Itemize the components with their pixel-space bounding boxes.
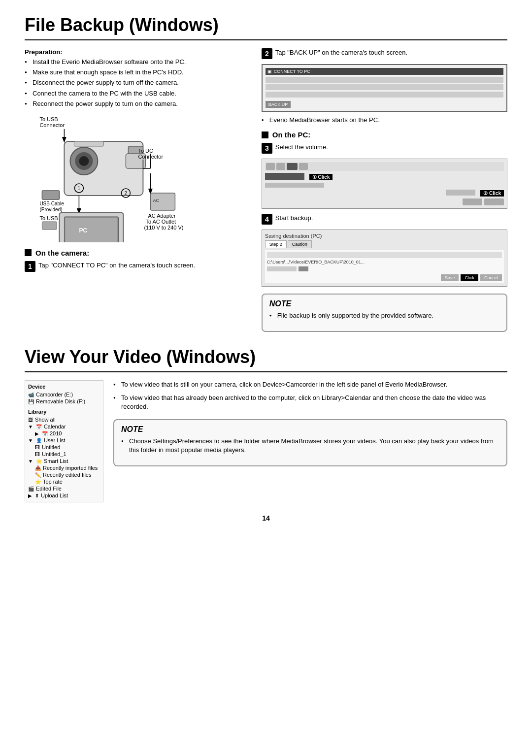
untitled-label: Untitled [42, 444, 60, 450]
step-2-num: 2 [262, 48, 272, 59]
selected-row [265, 173, 304, 180]
prep-item-3: Disconnect the power supply to turn off … [25, 78, 252, 87]
click-btn: Click [461, 274, 478, 281]
sidebar-recent-edit: ✏️ Recently edited files [28, 471, 100, 478]
untitled-icon: 🎞 [35, 445, 40, 450]
backup-path-text: C:\Users\...\Videos\EVERIO_BACKUP\2010_0… [267, 260, 502, 264]
camera-screen-mockup: ▣ CONNECT TO PC BACK UP [262, 64, 507, 112]
svg-text:To USB: To USB [39, 116, 58, 122]
svg-text:2: 2 [125, 191, 128, 196]
svg-text:(Provided): (Provided) [39, 207, 62, 212]
save-btn: Save [441, 274, 459, 281]
step-1-num: 1 [25, 261, 35, 272]
backup-bar [267, 266, 297, 271]
svg-rect-23 [42, 222, 57, 230]
svg-rect-28 [65, 218, 117, 242]
recent-import-label: Recently imported files [43, 465, 98, 471]
sidebar-edited-file: 🎬 Edited File [28, 485, 100, 492]
view-video-content: Device 📹 Camcorder (E:) 💾 Removable Disk… [25, 380, 507, 502]
step-4-row: 4 Start backup. [262, 214, 507, 225]
edited-file-icon: 🎬 [28, 486, 34, 492]
show-all-label: Show all [35, 417, 56, 423]
recent-edit-label: Recently edited files [43, 472, 91, 478]
saving-dest-label: Saving destination (PC) [265, 233, 504, 239]
step-1-text: Tap "CONNECT TO PC" on the camera's touc… [38, 261, 195, 270]
note-item-2: Choose Settings/Preferences to see the f… [121, 437, 499, 455]
sidebar-top-rate: ⭐ Top rate [28, 478, 100, 485]
edited-file-label: Edited File [36, 486, 62, 492]
calendar-icon: 📅 [36, 424, 42, 429]
untitled1-label: Untitled_1 [42, 451, 66, 457]
sidebar-recent-import: 📥 Recently imported files [28, 464, 100, 471]
removable-icon: 💾 [28, 399, 34, 404]
on-pc-heading: On the PC: [262, 131, 507, 139]
prep-item-1: Install the Everio MediaBrowser software… [25, 58, 252, 66]
sidebar-user-list: ▼ 👤 User List [28, 437, 100, 444]
sidebar-smart-list: ▼ ⭐ Smart List [28, 458, 100, 464]
prep-item-2: Make sure that enough space is left in t… [25, 68, 252, 77]
step-3-num: 3 [262, 143, 272, 154]
prep-item-4: Connect the camera to the PC with the US… [25, 89, 252, 98]
top-rate-icon: ⭐ [35, 479, 41, 485]
page-title-2: View Your Video (Windows) [25, 347, 507, 372]
sidebar-calendar: ▼ 📅 Calendar [28, 423, 100, 430]
expand-ul-icon: ▼ [28, 438, 33, 443]
view-video-section: View Your Video (Windows) Device 📹 Camco… [25, 347, 507, 502]
note-item-1: File backup is only supported by the pro… [269, 311, 499, 320]
show-all-icon: 🖼 [28, 417, 33, 423]
recent-import-icon: 📥 [35, 465, 41, 471]
svg-text:To AC Outlet: To AC Outlet [145, 219, 176, 225]
tb-2 [276, 163, 285, 170]
upload-list-label: Upload List [41, 493, 68, 498]
svg-text:Connector: Connector [39, 122, 65, 128]
note-title-2: NOTE [121, 425, 499, 434]
sidebar-removable: 💾 Removable Disk (F:) [28, 398, 100, 405]
top-rate-label: Top rate [43, 479, 63, 485]
view-bullet-1: To view video that is still on your came… [113, 380, 507, 389]
svg-rect-9 [74, 141, 103, 146]
tb-3-active [287, 163, 298, 170]
cancel-btn: Cancel [480, 274, 502, 281]
backup-tabs: Step 2 Caution [265, 240, 504, 248]
step-2-text: Tap "BACK UP" on the camera's touch scre… [275, 48, 407, 57]
svg-text:AC: AC [153, 198, 159, 203]
year-label: 2010 [50, 430, 62, 436]
preparation-list: Install the Everio MediaBrowser software… [25, 58, 252, 108]
camcorder-label: Camcorder (E:) [36, 392, 73, 397]
note-box-1: NOTE File backup is only supported by th… [262, 294, 507, 332]
step-1-row: 1 Tap "CONNECT TO PC" on the camera's to… [25, 261, 252, 272]
tab-caution: Caution [288, 240, 312, 248]
note-box-2: NOTE Choose Settings/Preferences to see … [113, 419, 507, 466]
back-up-btn: BACK UP [266, 101, 291, 108]
sidebar-panel: Device 📹 Camcorder (E:) 💾 Removable Disk… [25, 380, 103, 502]
sidebar-untitled1: 🎞 Untitled_1 [28, 451, 100, 458]
tb-4 [299, 163, 308, 170]
click-badge-1: ① Click [309, 174, 333, 180]
tb-1 [266, 163, 275, 170]
step2-note: Everio MediaBrowser starts on the PC. [262, 116, 507, 125]
sidebar-camcorder: 📹 Camcorder (E:) [28, 391, 100, 398]
on-camera-heading: On the camera: [25, 249, 252, 257]
select-volume-diagram: ① Click ② Click [262, 159, 507, 209]
library-section-title: Library [28, 409, 100, 415]
screen-row-1 [266, 77, 503, 83]
toolbar [265, 162, 504, 171]
svg-text:AC Adapter: AC Adapter [148, 213, 176, 219]
note-list-2: Choose Settings/Preferences to see the f… [121, 437, 499, 455]
view-video-text-area: To view video that is still on your came… [113, 380, 507, 502]
screen-row-3 [266, 92, 503, 98]
expand-sl-icon: ▼ [28, 459, 33, 464]
step-2-row: 2 Tap "BACK UP" on the camera's touch sc… [262, 48, 507, 59]
tab-step2: Step 2 [265, 240, 287, 248]
page-number: 14 [25, 514, 507, 522]
prep-item-5: Reconnect the power supply to turn on th… [25, 99, 252, 108]
svg-rect-17 [42, 191, 59, 199]
backup-content-area: C:\Users\...\Videos\EVERIO_BACKUP\2010_0… [265, 250, 504, 283]
diag-btn-1 [463, 198, 482, 205]
backup-diagram: Saving destination (PC) Step 2 Caution C… [262, 230, 507, 287]
svg-text:PC: PC [79, 227, 87, 234]
step-3-text: Select the volume. [275, 143, 328, 152]
note-title-1: NOTE [269, 299, 499, 308]
backup-path-bar [267, 252, 502, 258]
sidebar-2010: ▶ 📅 2010 [28, 430, 100, 437]
